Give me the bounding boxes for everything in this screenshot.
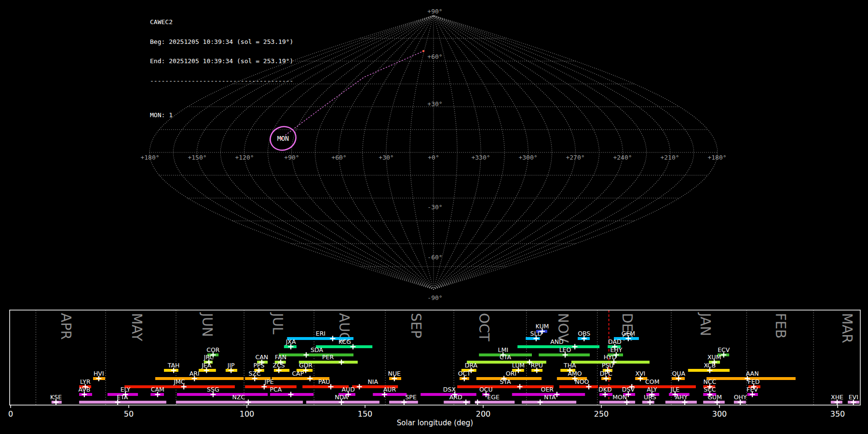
shower-bar-ARI [155,377,244,380]
shower-bar-AUR [373,393,407,396]
peak-marker-NTA [538,400,543,405]
shower-label-FEV: FEV [746,386,758,393]
shower-label-ORI: ORI [506,370,516,377]
x-tick-label: 50 [124,409,134,419]
shower-label-AUD: AUD [342,386,355,393]
shower-label-ECV: ECV [718,346,730,353]
shower-bar-NZC [176,401,303,404]
latitude-label: -60° [427,254,442,261]
shower-label-RPU: RPU [531,362,543,369]
shower-label-SPE: SPE [405,393,416,401]
month-label: MAY [129,313,145,341]
shower-bar-GUM [703,401,725,404]
longitude-label: +60° [331,154,346,161]
shower-label-DAD: DAD [608,338,622,345]
shower-label-AAN: AAN [746,370,759,377]
shower-label-LYR: LYR [80,378,91,385]
shower-label-NCC: NCC [703,378,716,385]
latitude-label: +60° [427,53,442,60]
shower-label-AND: AND [550,338,564,345]
shower-label-COR: COR [206,346,220,353]
shower-label-AHY: AHY [675,393,688,401]
shower-label-STA: STA [500,378,512,385]
shower-label-XHE: XHE [831,393,843,401]
x-tick-label: 350 [830,409,845,419]
shower-label-QUA: QUA [672,370,685,377]
shower-label-OCU: OCU [479,386,493,393]
shower-label-OER: OER [541,386,554,393]
shower-label-DRA: DRA [465,362,478,369]
longitude-label: +120° [235,154,254,161]
shower-bar-AHY [665,401,697,404]
shower-bar-KCG [316,345,372,348]
shower-label-ERI: ERI [316,330,326,337]
shower-label-JPE: JPE [264,378,274,385]
shower-label-DPC: DPC [600,370,612,377]
month-label: SEP [408,313,424,338]
shower-label-JEA: JEA [201,362,212,369]
shower-bar-SDA [279,353,353,356]
peak-marker-KCG [351,344,356,350]
shower-label-XUM: XUM [707,353,721,361]
shower-label-NOO: NOO [575,378,589,385]
shower-label-KCG: KCG [339,338,351,345]
figure-canvas: +180°+150°+120°+90°+60°+30°+0°+330°+300°… [0,0,868,434]
shower-bar-NTA [522,401,576,404]
shower-label-CAP: CAP [292,370,304,377]
shower-label-SLD: SLD [530,330,542,337]
shower-label-SCC: SCC [704,386,716,393]
radiant-trail [285,50,424,135]
month-label: JAN [697,312,713,336]
month-label: JUL [270,312,285,335]
shower-label-JRC: JRC [203,353,214,361]
shower-label-SDA: SDA [311,346,323,353]
shower-label-ARI: ARI [190,370,200,377]
shower-label-NUE: NUE [388,370,401,377]
latitude-label: +90° [427,8,442,15]
longitude-label: +90° [284,154,299,161]
shower-bar-EGE [475,401,515,404]
shower-label-GEM: GEM [622,330,635,337]
shower-label-ALY: ALY [647,386,657,393]
shower-label-URS: URS [644,393,656,401]
shower-label-FED: FED [748,378,760,385]
shower-label-PCA: PCA [270,386,282,393]
longitude-label: +240° [613,154,632,161]
shower-label-ZCS: ZCS [273,362,285,369]
month-label: FEB [773,313,788,339]
shower-label-JIP: JIP [227,362,235,369]
shower-label-DKD: DKD [598,386,611,393]
x-tick-label: 300 [712,409,727,419]
shower-bar-SSG [177,393,268,396]
x-tick-label: 250 [594,409,609,419]
shower-label-GUM: GUM [707,393,722,401]
shower-label-COM: COM [645,378,659,385]
shower-rows: KUMERISLDOBSGEMJXAKCGANDDADCORSDALMILEOE… [50,323,859,405]
shower-label-CAN: CAN [256,353,269,361]
latitude-label: -90° [427,294,442,301]
peak-marker-SDA [304,353,309,358]
x-tick-label: 100 [240,409,255,419]
shower-label-SZC: SZC [249,370,261,377]
shower-bar-ETA [79,401,166,404]
latitude-label: -30° [427,203,442,211]
longitude-label: +300° [518,154,537,161]
longitude-label: +270° [566,154,584,161]
shower-label-CAM: CAM [151,386,164,393]
month-label: OCT [476,313,492,342]
longitude-label: +180° [140,154,159,161]
shower-label-LUM: LUM [512,362,525,369]
plot-screen: CAWEC2 Beg: 20251205 10:39:34 (sol = 253… [0,0,868,434]
shower-label-NTA: NTA [544,393,556,401]
shower-label-ETA: ETA [117,393,128,401]
longitude-label: +150° [188,154,206,161]
shower-label-TAH: TAH [167,362,180,369]
shower-label-AUR: AUR [383,386,396,393]
month-label: MAR [839,313,855,343]
longitude-label: +0° [428,154,439,161]
x-axis: 050100150200250300350Solar longitude (de… [8,405,845,427]
peak-marker-STA [517,384,523,390]
shower-label-OHY: OHY [734,393,747,401]
month-label: JUN [199,312,215,337]
shower-label-AVB: AVB [78,386,90,393]
